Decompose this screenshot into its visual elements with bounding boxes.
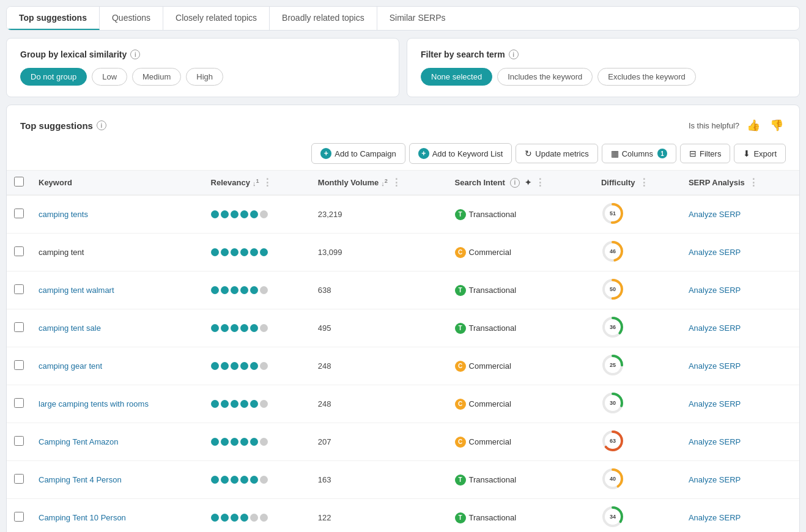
columns-button[interactable]: ▦ Columns 1	[602, 144, 676, 163]
analyze-serp-link[interactable]: Analyze SERP	[689, 475, 741, 484]
row-checkbox[interactable]	[14, 284, 24, 294]
dot-empty	[260, 324, 268, 332]
dot-filled	[211, 210, 219, 218]
update-metrics-icon: ↻	[525, 149, 532, 158]
analyze-serp-link[interactable]: Analyze SERP	[689, 248, 741, 257]
td-search-intent: T Transactional	[448, 309, 594, 347]
serp-menu-icon[interactable]: ⋮	[747, 177, 760, 188]
analyze-serp-link[interactable]: Analyze SERP	[689, 437, 741, 446]
difficulty-menu-icon[interactable]: ⋮	[638, 177, 650, 188]
analyze-serp-link[interactable]: Analyze SERP	[689, 210, 741, 219]
content-card: Top suggestions i Is this helpful? 👍 👎 +…	[6, 105, 800, 532]
dot-filled	[221, 400, 229, 408]
dot-filled	[211, 476, 219, 484]
table-row: camping tents 23,219 T Transactional 51 …	[7, 195, 799, 234]
row-checkbox[interactable]	[14, 246, 24, 256]
row-checkbox[interactable]	[14, 398, 24, 408]
intent-info-icon[interactable]: i	[510, 178, 520, 188]
filters-button[interactable]: ⊟ Filters	[680, 144, 730, 163]
keyword-link[interactable]: camping tents	[39, 210, 88, 219]
analyze-serp-link[interactable]: Analyze SERP	[689, 323, 741, 333]
dot-empty	[260, 438, 268, 446]
analyze-serp-link[interactable]: Analyze SERP	[689, 513, 741, 522]
keyword-link[interactable]: Camping Tent Amazon	[39, 437, 119, 446]
dot-filled	[231, 400, 238, 408]
group-high[interactable]: High	[186, 68, 223, 86]
tab-broadly-related[interactable]: Broadly related topics	[270, 7, 377, 30]
keyword-table: Keyword Relevancy ↓1 ⋮ M	[7, 171, 799, 532]
select-all-checkbox[interactable]	[14, 177, 24, 187]
update-metrics-button[interactable]: ↻ Update metrics	[516, 144, 597, 163]
th-monthly-volume[interactable]: Monthly Volume ↓2 ⋮	[311, 171, 448, 195]
row-checkbox[interactable]	[14, 360, 24, 370]
keyword-link[interactable]: camping gear tent	[39, 361, 102, 371]
keyword-link[interactable]: camping tent walmart	[39, 286, 114, 295]
td-relevancy	[204, 347, 311, 385]
thumbs-down-button[interactable]: 👎	[767, 116, 786, 135]
intent-icon: T	[455, 285, 466, 296]
export-button[interactable]: ⬇ Export	[734, 144, 786, 163]
keyword-link[interactable]: Camping Tent 10 Person	[39, 513, 126, 522]
dot-filled	[231, 286, 238, 294]
keyword-link[interactable]: camping tent sale	[39, 323, 101, 333]
td-search-intent: C Commercial	[448, 347, 594, 385]
dot-filled	[240, 324, 248, 332]
th-difficulty[interactable]: Difficulty ⋮	[594, 171, 681, 195]
volume-menu-icon[interactable]: ⋮	[390, 177, 402, 188]
section-info-icon[interactable]: i	[97, 120, 106, 130]
group-medium[interactable]: Medium	[132, 68, 181, 86]
add-to-keyword-list-button[interactable]: + Add to Keyword List	[409, 143, 512, 164]
group-low[interactable]: Low	[92, 68, 127, 86]
td-keyword: camping tents	[31, 195, 204, 234]
filter-includes-keyword[interactable]: Includes the keyword	[497, 68, 593, 86]
tab-questions[interactable]: Questions	[100, 7, 163, 30]
intent-menu-icon[interactable]: ⋮	[534, 177, 546, 188]
keyword-link[interactable]: Camping Tent 4 Person	[39, 475, 122, 484]
th-search-intent[interactable]: Search Intent i ✦ ⋮	[448, 171, 594, 195]
row-checkbox[interactable]	[14, 512, 24, 522]
filter-excludes-keyword[interactable]: Excludes the keyword	[597, 68, 695, 86]
row-checkbox[interactable]	[14, 209, 24, 218]
intent-badge: T Transactional	[455, 512, 517, 523]
th-relevancy[interactable]: Relevancy ↓1 ⋮	[204, 171, 311, 195]
td-checkbox	[7, 499, 31, 533]
group-do-not-group[interactable]: Do not group	[20, 68, 87, 86]
th-serp-analysis[interactable]: SERP Analysis ⋮	[681, 171, 799, 195]
dot-empty	[260, 400, 268, 408]
filter-info-icon[interactable]: i	[509, 50, 519, 59]
difficulty-donut: 40	[601, 467, 624, 490]
row-checkbox[interactable]	[14, 322, 24, 332]
analyze-serp-link[interactable]: Analyze SERP	[689, 399, 741, 408]
th-keyword[interactable]: Keyword	[31, 171, 204, 195]
svg-text:34: 34	[610, 514, 616, 520]
td-monthly-volume: 495	[311, 309, 448, 347]
td-keyword: Camping Tent 4 Person	[31, 461, 204, 499]
row-checkbox[interactable]	[14, 436, 24, 446]
td-monthly-volume: 122	[311, 499, 448, 533]
keyword-link[interactable]: large camping tents with rooms	[39, 399, 149, 408]
tab-closely-related[interactable]: Closely related topics	[163, 7, 270, 30]
intent-label: Transactional	[469, 475, 517, 484]
section-title: Top suggestions i	[20, 120, 106, 131]
dot-filled	[250, 476, 258, 484]
filter-none-selected[interactable]: None selected	[421, 68, 492, 86]
row-checkbox[interactable]	[14, 474, 24, 484]
analyze-serp-link[interactable]: Analyze SERP	[689, 361, 741, 371]
thumbs-up-button[interactable]: 👍	[744, 116, 763, 135]
td-serp-analysis: Analyze SERP	[681, 499, 799, 533]
relevancy-menu-icon[interactable]: ⋮	[261, 177, 273, 188]
tab-top-suggestions[interactable]: Top suggestions	[7, 7, 100, 30]
difficulty-donut: 51	[601, 202, 624, 225]
td-keyword: camping tent sale	[31, 309, 204, 347]
volume-sort-icon: ↓2	[381, 178, 388, 187]
td-search-intent: T Transactional	[448, 461, 594, 499]
tab-similar-serps[interactable]: Similar SERPs	[377, 7, 458, 30]
dot-filled	[211, 438, 219, 446]
analyze-serp-link[interactable]: Analyze SERP	[689, 286, 741, 295]
td-difficulty: 51	[594, 195, 681, 234]
grouping-info-icon[interactable]: i	[130, 50, 140, 59]
difficulty-donut: 36	[601, 316, 624, 339]
add-to-campaign-button[interactable]: + Add to Campaign	[311, 143, 405, 164]
intent-icon: C	[455, 247, 466, 258]
relevancy-dots	[211, 210, 303, 218]
